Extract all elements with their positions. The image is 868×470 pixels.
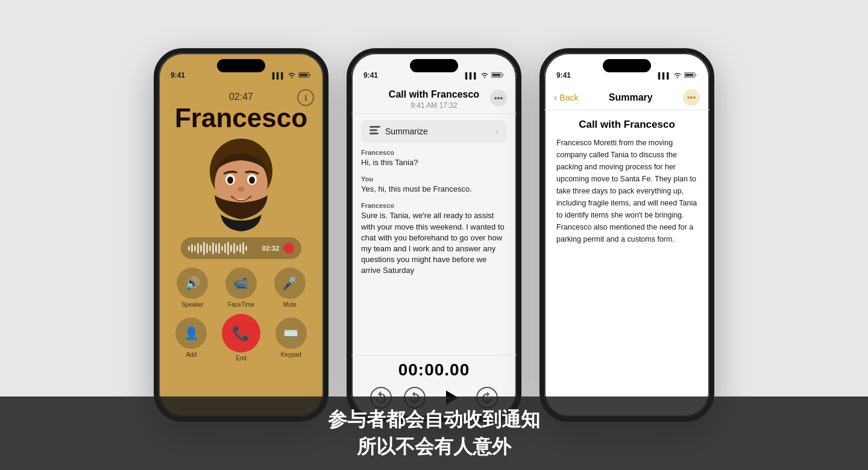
phone-active-call: 9:41 ▌▌▌ ℹ 02:47 Francesco	[154, 48, 329, 422]
battery-icon	[298, 72, 312, 80]
rec-time: 02:32	[262, 245, 279, 252]
call-buttons-row1: 🔊 Speaker 📹 FaceTime 🎤 Mute	[168, 268, 314, 308]
svg-rect-16	[685, 74, 694, 77]
phones-container: 9:41 ▌▌▌ ℹ 02:47 Francesco	[154, 48, 714, 422]
add-button[interactable]: 👤 Add	[175, 318, 207, 358]
mute-icon-circle: 🎤	[274, 268, 306, 299]
signal-icon-2: ▌▌▌	[465, 72, 478, 79]
status-icons-2: ▌▌▌	[465, 72, 505, 80]
transcript-body: Francesco Hi, is this Tania? You Yes, hi…	[351, 149, 517, 355]
summarize-icon	[370, 126, 380, 137]
facetime-button[interactable]: 📹 FaceTime	[225, 268, 257, 308]
wifi-icon-2	[480, 72, 489, 80]
summary-more-button[interactable]: •••	[683, 89, 700, 106]
phone3-content: ‹ Back Summary ••• Call with Francesco F…	[544, 83, 709, 417]
status-time-1: 9:41	[171, 71, 185, 80]
status-time-3: 9:41	[556, 71, 571, 80]
audio-wave-bar: 02:32	[181, 237, 301, 259]
transcript-speaker-3: Francesco	[361, 202, 507, 209]
transcript-speaker-1: Francesco	[361, 149, 507, 156]
wifi-icon-3	[673, 72, 682, 80]
signal-icon-3: ▌▌▌	[658, 72, 671, 79]
back-chevron-icon: ‹	[554, 92, 557, 103]
caller-name: Francesco	[175, 105, 307, 131]
keypad-button[interactable]: ⌨️ Keypad	[275, 318, 307, 358]
memoji-avatar	[193, 136, 289, 233]
dynamic-island-2	[410, 59, 458, 72]
summarize-chevron-icon: ›	[495, 127, 498, 136]
dynamic-island-3	[603, 59, 651, 72]
summary-call-title: Call with Francesco	[556, 119, 697, 131]
back-button[interactable]: ‹ Back	[554, 92, 578, 103]
battery-icon-2	[491, 72, 505, 80]
phone-summary: 9:41 ▌▌▌ ‹ Back Summary •••	[539, 48, 714, 422]
svg-rect-10	[492, 74, 501, 77]
summary-nav-title: Summary	[609, 92, 653, 103]
speaker-icon-circle: 🔊	[177, 268, 208, 299]
end-icon-circle: 📞	[222, 314, 260, 352]
svg-point-8	[237, 187, 245, 192]
transcript-msg-2: You Yes, hi, this must be Francesco.	[361, 175, 507, 195]
transcript-header: Call with Francesco 9:41 AM 17:32 •••	[351, 83, 517, 114]
svg-rect-1	[300, 74, 308, 77]
summarize-button[interactable]: Summarize ›	[361, 120, 507, 143]
svg-point-6	[227, 177, 233, 184]
back-label: Back	[559, 93, 578, 102]
transcript-speaker-2: You	[361, 175, 507, 183]
end-button[interactable]: 📞 End	[222, 314, 260, 362]
battery-icon-3	[684, 72, 697, 80]
add-icon-circle: 👤	[175, 318, 207, 349]
rec-dot	[283, 243, 294, 254]
transcript-msg-1: Francesco Hi, is this Tania?	[361, 149, 507, 168]
transcript-text-2: Yes, hi, this must be Francesco.	[361, 184, 507, 195]
phone2-content: Call with Francesco 9:41 AM 17:32 ••• Su…	[351, 83, 517, 417]
transcript-text-3: Sure is. Tania, we're all ready to assis…	[361, 210, 507, 276]
summary-nav: ‹ Back Summary •••	[544, 83, 709, 110]
call-info-button[interactable]: ℹ	[297, 89, 314, 106]
phone-transcript: 9:41 ▌▌▌ Call with Francesco 9:41 AM 17:…	[347, 48, 521, 422]
speaker-button[interactable]: 🔊 Speaker	[177, 268, 208, 308]
transcript-text-1: Hi, is this Tania?	[361, 157, 507, 168]
transcript-title: Call with Francesco	[363, 89, 505, 100]
subtitle-bar: 参与者都会自动收到通知 所以不会有人意外	[0, 396, 868, 470]
dynamic-island-1	[217, 59, 265, 72]
subtitle-line2: 所以不会有人意外	[48, 433, 820, 460]
keypad-icon-circle: ⌨️	[275, 318, 307, 349]
svg-point-7	[249, 177, 255, 184]
playback-timer: 00:00.00	[398, 360, 470, 380]
subtitle-line1: 参与者都会自动收到通知	[48, 406, 820, 433]
svg-rect-11	[370, 126, 380, 128]
status-icons-1: ▌▌▌	[272, 72, 312, 80]
phone1-content: ℹ 02:47 Francesco	[159, 83, 324, 417]
facetime-icon-circle: 📹	[225, 268, 257, 299]
call-buttons-row2: 👤 Add 📞 End ⌨️ Keypad	[168, 314, 314, 362]
svg-rect-12	[370, 130, 377, 131]
wave-bars	[188, 242, 257, 255]
summarize-left: Summarize	[370, 126, 428, 137]
status-time-2: 9:41	[363, 71, 378, 80]
signal-icon: ▌▌▌	[272, 72, 285, 79]
wifi-icon	[288, 72, 296, 80]
summarize-label: Summarize	[385, 127, 428, 136]
summary-text: Francesco Moretti from the moving compan…	[556, 137, 697, 245]
transcript-msg-3: Francesco Sure is. Tania, we're all read…	[361, 202, 507, 276]
svg-rect-13	[370, 133, 379, 134]
transcript-subtitle: 9:41 AM 17:32	[363, 101, 505, 110]
more-options-button[interactable]: •••	[490, 90, 507, 107]
call-timer: 02:47	[229, 92, 253, 102]
mute-button[interactable]: 🎤 Mute	[274, 268, 306, 308]
summary-body: Call with Francesco Francesco Moretti fr…	[544, 110, 709, 417]
status-icons-3: ▌▌▌	[658, 72, 697, 80]
